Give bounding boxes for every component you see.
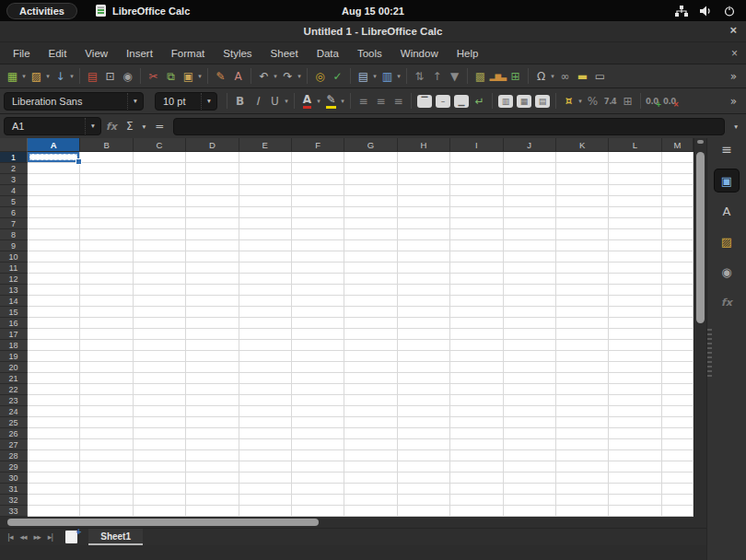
formula-icon[interactable]: = [150,120,169,133]
cell[interactable] [556,163,609,174]
cell[interactable] [504,307,556,318]
cell[interactable] [28,340,80,351]
cell[interactable] [556,307,609,318]
cell[interactable] [239,506,292,517]
cell[interactable] [134,262,186,274]
cell[interactable] [504,285,556,296]
cell[interactable] [556,506,609,517]
cell[interactable] [609,373,661,384]
cell[interactable] [662,196,694,207]
cell[interactable] [344,285,397,296]
cell[interactable] [292,296,344,307]
cell[interactable] [28,218,80,229]
cell[interactable] [28,472,80,484]
cell[interactable] [398,185,450,196]
cell[interactable] [504,240,556,251]
cell[interactable] [186,417,239,428]
cell[interactable] [344,196,397,207]
cell[interactable] [134,428,186,439]
cell[interactable] [292,229,344,240]
cell[interactable] [662,274,694,285]
column-header-I[interactable]: I [450,138,503,152]
app-indicator[interactable]: LibreOffice Calc [95,5,190,17]
cell[interactable] [398,362,450,373]
cell[interactable] [662,207,694,218]
cell[interactable] [662,229,694,240]
cell[interactable] [239,240,292,251]
sort-icon[interactable]: ⇅ [411,67,428,85]
cell[interactable] [292,207,344,218]
cell[interactable] [28,395,80,406]
cell[interactable] [186,174,239,185]
cell[interactable] [28,262,80,274]
merge-and-center-cells-icon[interactable]: ▥ [498,95,513,108]
cell[interactable] [239,351,292,362]
clear-formatting-icon[interactable]: A [229,67,247,85]
cell[interactable] [450,296,503,307]
row-header-19[interactable]: 19 [0,351,28,362]
insert-row-dropdown-icon[interactable]: ▾ [371,73,379,80]
cell[interactable] [80,163,133,174]
delete-decimal-place-icon[interactable]: 0.0× [662,92,680,110]
cell[interactable] [504,207,556,218]
cell[interactable] [292,362,344,373]
sidebar-tab-gallery-icon[interactable]: ▨ [715,230,739,252]
cell[interactable] [186,439,239,450]
cell[interactable] [450,506,503,517]
cell[interactable] [239,218,292,229]
cell[interactable] [662,318,694,329]
cell[interactable] [398,307,450,318]
cell[interactable] [662,417,694,428]
cell[interactable] [239,262,292,274]
cell[interactable] [450,340,503,351]
cell[interactable] [28,450,80,461]
cell[interactable] [662,152,694,163]
cell[interactable] [504,174,556,185]
cell[interactable] [662,340,694,351]
cell[interactable] [134,384,186,395]
row-header-21[interactable]: 21 [0,373,28,384]
column-header-C[interactable]: C [134,138,186,152]
align-left-icon[interactable]: ≡ [355,92,372,110]
cell[interactable] [186,428,239,439]
cell[interactable] [450,307,503,318]
next-sheet-icon[interactable]: ▸▸ [30,532,44,542]
cell[interactable] [28,229,80,240]
redo-dropdown-icon[interactable]: ▾ [296,73,303,80]
cell[interactable] [556,185,609,196]
row-header-14[interactable]: 14 [0,296,28,307]
row-header-29[interactable]: 29 [0,461,28,472]
cell[interactable] [450,484,503,495]
sidebar-tab-navigator-icon[interactable]: ◉ [715,261,739,283]
cell[interactable] [556,406,609,417]
cell[interactable] [450,373,503,384]
cell[interactable] [662,296,694,307]
cell[interactable] [80,329,133,340]
cell[interactable] [134,318,186,329]
cell[interactable] [398,229,450,240]
cell[interactable] [662,351,694,362]
cell[interactable] [504,163,556,174]
menu-insert[interactable]: Insert [117,45,162,62]
cell[interactable] [609,406,661,417]
cell[interactable] [292,185,344,196]
cell[interactable] [292,472,344,484]
cell[interactable] [556,373,609,384]
insert-chart-icon[interactable]: ▂▆▃ [489,67,507,85]
cell[interactable] [80,461,133,472]
cell[interactable] [80,351,133,362]
cell[interactable] [134,484,186,495]
open-icon[interactable]: ▨ [28,67,45,85]
row-header-7[interactable]: 7 [0,218,28,229]
cell[interactable] [80,406,133,417]
cell[interactable] [504,229,556,240]
cell[interactable] [186,472,239,484]
cell[interactable] [186,262,239,274]
cell[interactable] [80,285,133,296]
cell[interactable] [504,472,556,484]
cell[interactable] [609,450,661,461]
cell[interactable] [450,351,503,362]
cell[interactable] [556,218,609,229]
cell[interactable] [344,152,397,163]
cell[interactable] [556,351,609,362]
